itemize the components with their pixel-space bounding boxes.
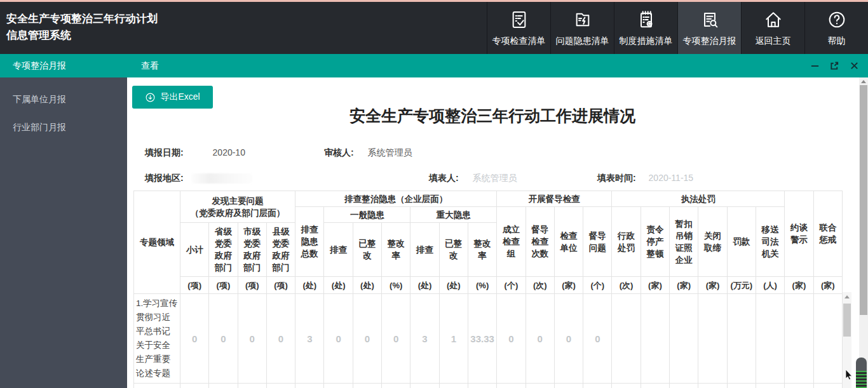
- value-cell: [180, 384, 209, 388]
- edge-scroll-handle[interactable]: [856, 358, 867, 388]
- column-header: 行政处罚: [612, 207, 641, 277]
- report-panel: 导出Excel 安全生产专项整治三年行动工作进展情况 填报日期: 2020-10…: [127, 77, 868, 388]
- group-found-problems: 发现主要问题 （党委政府及部门层面）: [180, 191, 295, 223]
- column-header: 排查: [410, 223, 439, 277]
- value-cell: 0: [266, 294, 295, 384]
- close-icon[interactable]: [850, 61, 859, 70]
- value-cell: [670, 294, 698, 384]
- value-cell: [295, 384, 324, 388]
- value-cell: [583, 384, 612, 388]
- nav-special-check-list[interactable]: 专项检查清单: [487, 2, 550, 54]
- fill-date-label: 填报日期:: [145, 147, 184, 157]
- column-header: 暂扣吊销证照企业: [670, 207, 698, 277]
- column-header: 省级党委政府部门: [209, 223, 238, 277]
- topic-cell: 2.落实企业: [134, 384, 180, 388]
- unit-cell: (次): [612, 277, 641, 294]
- nav-system-measure-list[interactable]: 制度措施清单: [614, 2, 677, 54]
- value-cell: [410, 384, 439, 388]
- tab-view[interactable]: 查看: [141, 54, 159, 77]
- fill-time-value: 2020-11-15: [649, 173, 694, 183]
- region-value-redacted: [191, 173, 252, 184]
- nav-return-home[interactable]: 返回主页: [741, 2, 804, 54]
- page-scrollbar[interactable]: [859, 77, 868, 388]
- unit-cell: (项): [209, 277, 238, 294]
- scroll-up-arrow-icon[interactable]: [861, 80, 866, 83]
- unit-cell: (%): [382, 277, 410, 294]
- value-cell: 0: [324, 294, 353, 384]
- unit-cell: (项): [180, 277, 209, 294]
- region-label: 填报地区:: [145, 173, 184, 183]
- sidebar-item-label: 专项整治月报: [13, 60, 66, 70]
- value-cell: 0: [238, 294, 266, 384]
- value-cell: 33.33: [468, 294, 496, 384]
- app-title-line1: 安全生产专项整治三年行动计划: [6, 11, 158, 27]
- value-cell: [468, 384, 496, 388]
- sidebar-item-special-monthly-report[interactable]: 专项整治月报: [0, 54, 127, 77]
- value-cell: 0: [497, 294, 526, 384]
- fill-date-value: 2020-10: [213, 147, 245, 157]
- scroll-up-arrow-icon[interactable]: [844, 295, 850, 298]
- filler-label: 填表人:: [429, 173, 459, 183]
- table-row: 1.学习宣传贯彻习近平总书记关于安全生产重要论述专题 0 0 0 0 3 0 0…: [134, 294, 843, 384]
- value-cell: [612, 384, 641, 388]
- column-header: 已整改: [439, 223, 468, 277]
- page-scrollbar-thumb[interactable]: [860, 85, 867, 315]
- column-header: 已整改: [353, 223, 381, 277]
- value-cell: [785, 384, 813, 388]
- document-search-icon: [700, 10, 720, 32]
- value-cell: 0: [583, 294, 612, 384]
- window-controls: [810, 54, 859, 77]
- progress-table: 专题领域 发现主要问题 （党委政府及部门层面） 排查整治隐患（企业层面） 开展督…: [133, 191, 843, 388]
- header-topic-area: 专题领域: [134, 191, 180, 294]
- value-cell: 3: [295, 294, 324, 384]
- column-header: 小计: [180, 223, 209, 277]
- unit-cell: (人): [756, 277, 784, 294]
- subgroup-general-hazard: 一般隐患: [324, 207, 410, 223]
- nav-problem-hazard-list[interactable]: 问题隐患清单: [550, 2, 614, 54]
- value-cell: [785, 294, 813, 384]
- column-header: 关闭取缔: [698, 207, 727, 277]
- minimize-icon[interactable]: [810, 61, 820, 70]
- column-header: 移送司法机关: [756, 207, 784, 277]
- clipboard-gear-icon: [636, 10, 656, 32]
- scroll-handle-stripes: [856, 371, 867, 388]
- nav-label: 返回主页: [756, 36, 791, 47]
- export-excel-label: 导出Excel: [160, 91, 200, 103]
- sidebar-item-industry-dept-report[interactable]: 行业部门月报: [0, 113, 127, 141]
- nav-help[interactable]: 帮助: [804, 2, 868, 54]
- value-cell: [641, 294, 669, 384]
- filler-field: 填表人: 系统管理员: [429, 173, 517, 184]
- nav-label: 问题隐患清单: [556, 36, 609, 47]
- maximize-icon[interactable]: [830, 61, 839, 70]
- column-header: 约谈警示: [785, 191, 813, 277]
- group-enforcement: 执法处罚: [612, 191, 785, 207]
- unit-cell: (万元): [727, 277, 756, 294]
- topic-cell: 1.学习宣传贯彻习近平总书记关于安全生产重要论述专题: [134, 294, 180, 384]
- unit-cell: (家): [813, 277, 842, 294]
- table-scrollbar-thumb[interactable]: [843, 304, 851, 337]
- top-bar: 安全生产专项整治三年行动计划 信息管理系统 专项检查清单 问题隐患清单: [0, 2, 868, 54]
- mouse-cursor: [845, 370, 854, 381]
- help-icon: [827, 10, 847, 32]
- file-lightning-icon: [573, 10, 593, 32]
- value-cell: 0: [209, 294, 238, 384]
- unit-cell: (处): [295, 277, 324, 294]
- value-cell: [209, 384, 238, 388]
- value-cell: [497, 384, 526, 388]
- value-cell: 0: [353, 294, 381, 384]
- value-cell: [554, 384, 583, 388]
- value-cell: [238, 384, 266, 388]
- sidebar-item-subordinate-unit-report[interactable]: 下属单位月报: [0, 85, 127, 113]
- value-cell: 1: [439, 294, 468, 384]
- unit-cell: (个): [583, 277, 612, 294]
- app-title-line2: 信息管理系统: [6, 27, 158, 44]
- home-icon: [763, 10, 783, 32]
- value-cell: [641, 384, 669, 388]
- column-header: 县级党委政府部门: [266, 223, 295, 277]
- value-cell: [526, 384, 554, 388]
- nav-special-monthly-report[interactable]: 专项整治月报: [677, 2, 741, 54]
- unit-cell: (%): [468, 277, 496, 294]
- filler-value: 系统管理员: [473, 173, 517, 183]
- checklist-document-icon: [509, 10, 529, 32]
- value-cell: [353, 384, 381, 388]
